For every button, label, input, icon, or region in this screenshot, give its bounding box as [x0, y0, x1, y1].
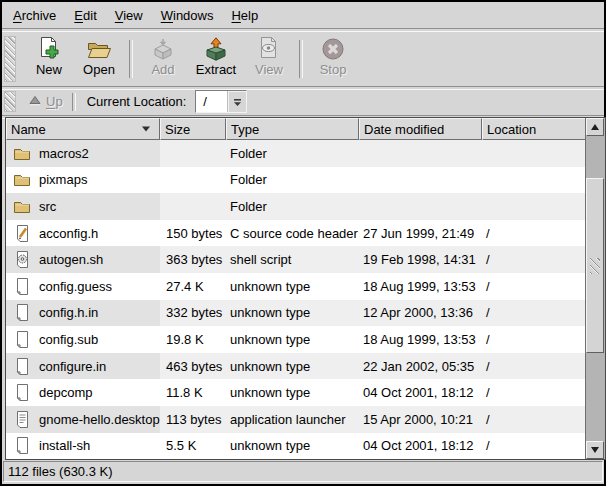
- menu-edit[interactable]: Edit: [65, 4, 105, 27]
- scrollbar-trough-below[interactable]: [586, 353, 604, 441]
- menu-archive[interactable]: Archive: [4, 4, 65, 27]
- cell-date: 12 Apr 2000, 13:36: [359, 300, 482, 327]
- cell-name: acconfig.h: [6, 220, 160, 247]
- column-header-label: Size: [165, 122, 190, 137]
- scroll-up-button[interactable]: [586, 118, 604, 136]
- table-row[interactable]: config.guess27.4 Kunknown type18 Aug 199…: [6, 273, 588, 300]
- table-row[interactable]: gnome-hello.desktop113 bytesapplication …: [6, 406, 588, 433]
- document-icon: [13, 303, 31, 322]
- cell-location: /: [482, 220, 588, 247]
- cell-type: unknown type: [226, 379, 359, 406]
- folder-icon: [13, 199, 31, 214]
- cell-size: 113 bytes: [160, 406, 226, 433]
- up-button-label: Up: [46, 94, 63, 109]
- cell-date: 18 Aug 1999, 13:53: [359, 273, 482, 300]
- cell-location: /: [482, 246, 588, 273]
- archive-manager-window: ArchiveEditViewWindowsHelp NewOpenAddExt…: [0, 0, 606, 486]
- new-button-label: New: [36, 62, 62, 78]
- cell-location: [482, 140, 588, 167]
- cell-name: src: [6, 193, 160, 220]
- column-header-name[interactable]: Name: [6, 118, 160, 140]
- table-row[interactable]: configure.in463 bytesunknown type22 Jan …: [6, 353, 588, 380]
- location-value[interactable]: /: [196, 91, 228, 112]
- column-header-label: Name: [11, 122, 46, 137]
- scrollbar-thumb[interactable]: [586, 178, 604, 353]
- column-header-date-modified[interactable]: Date modified: [359, 118, 482, 140]
- view-button-label: View: [255, 62, 283, 78]
- scrollbar-trough-above[interactable]: [586, 136, 604, 178]
- sort-descending-icon: [141, 125, 151, 133]
- status-bar: 112 files (630.3 K): [3, 461, 603, 482]
- new-icon: [37, 35, 61, 62]
- table-row[interactable]: config.sub19.8 Kunknown type18 Aug 1999,…: [6, 326, 588, 353]
- cell-type: shell script: [226, 246, 359, 273]
- file-name: pixmaps: [39, 172, 87, 187]
- location-dropdown-button[interactable]: [228, 91, 246, 112]
- folder-icon: [13, 146, 31, 161]
- table-row[interactable]: srcFolder: [6, 193, 588, 220]
- cell-date: 27 Jun 1999, 21:49: [359, 220, 482, 247]
- desktop-icon: [13, 410, 31, 429]
- vertical-scrollbar: [585, 118, 605, 459]
- cell-type: Folder: [226, 193, 359, 220]
- menubar: ArchiveEditViewWindowsHelp: [2, 2, 604, 28]
- current-location-label: Current Location:: [87, 94, 187, 109]
- cell-location: /: [482, 326, 588, 353]
- table-row[interactable]: install-sh5.5 Kunknown type04 Oct 2001, …: [6, 433, 588, 459]
- cell-size: 5.5 K: [160, 433, 226, 459]
- column-header-label: Type: [231, 122, 259, 137]
- toolbar: NewOpenAddExtractViewStop: [2, 31, 604, 86]
- toolbar-drag-handle[interactable]: [4, 36, 16, 82]
- stop-button-label: Stop: [320, 62, 347, 78]
- table-row[interactable]: depcomp11.8 Kunknown type04 Oct 2001, 18…: [6, 379, 588, 406]
- cell-date: 22 Jan 2002, 05:35: [359, 353, 482, 380]
- cell-type: Folder: [226, 167, 359, 194]
- column-header-type[interactable]: Type: [226, 118, 359, 140]
- table-row[interactable]: config.h.in332 bytesunknown type12 Apr 2…: [6, 300, 588, 327]
- column-header-location[interactable]: Location: [482, 118, 588, 140]
- cell-type: unknown type: [226, 326, 359, 353]
- document-icon: [13, 277, 31, 296]
- menu-view[interactable]: View: [106, 4, 152, 27]
- column-header-size[interactable]: Size: [160, 118, 226, 140]
- table-row[interactable]: acconfig.h150 bytesC source code header2…: [6, 220, 588, 247]
- new-button[interactable]: New: [24, 34, 74, 83]
- cell-location: /: [482, 433, 588, 459]
- column-header-label: Date modified: [364, 122, 444, 137]
- stop-button: Stop: [308, 34, 358, 83]
- scroll-down-button[interactable]: [586, 441, 604, 459]
- view-icon: [257, 35, 281, 62]
- cell-name: configure.in: [6, 353, 160, 380]
- cell-type: application launcher: [226, 406, 359, 433]
- file-list-header: NameSizeTypeDate modifiedLocation: [6, 118, 588, 140]
- table-row[interactable]: macros2Folder: [6, 140, 588, 167]
- window-content: ArchiveEditViewWindowsHelp NewOpenAddExt…: [2, 2, 604, 484]
- view-button: View: [244, 34, 294, 83]
- cell-name: gnome-hello.desktop: [6, 406, 160, 433]
- file-list-body: macros2FolderpixmapsFoldersrcFolderaccon…: [6, 140, 588, 459]
- menu-help[interactable]: Help: [222, 4, 267, 27]
- cell-date: [359, 193, 482, 220]
- cell-location: [482, 193, 588, 220]
- up-arrow-icon: [29, 94, 41, 109]
- cell-location: /: [482, 273, 588, 300]
- add-button: Add: [138, 34, 188, 83]
- extract-button[interactable]: Extract: [188, 34, 244, 83]
- location-bar: Up Current Location: /: [2, 88, 604, 115]
- up-button: Up: [22, 92, 70, 111]
- locationbar-drag-handle[interactable]: [4, 91, 16, 112]
- open-button[interactable]: Open: [74, 34, 124, 83]
- script-icon: [13, 250, 31, 269]
- cell-date: 04 Oct 2001, 18:12: [359, 379, 482, 406]
- table-row[interactable]: pixmapsFolder: [6, 167, 588, 194]
- c-source-icon: [13, 224, 31, 243]
- extract-button-label: Extract: [196, 62, 236, 78]
- cell-size: [160, 193, 226, 220]
- cell-name: install-sh: [6, 433, 160, 459]
- menu-windows[interactable]: Windows: [152, 4, 223, 27]
- document-icon: [13, 357, 31, 376]
- table-row[interactable]: autogen.sh363 bytesshell script19 Feb 19…: [6, 246, 588, 273]
- toolbar-separator-line: [129, 40, 133, 78]
- document-icon: [13, 436, 31, 455]
- toolbar-separator-line: [299, 40, 303, 78]
